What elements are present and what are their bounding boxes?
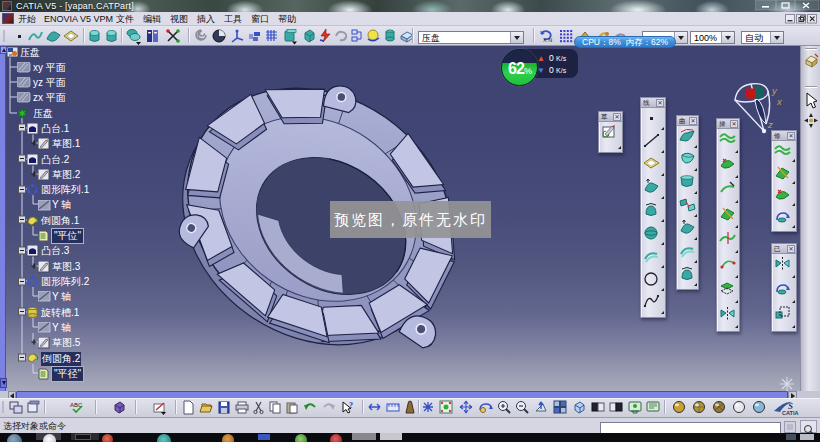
svg-text:x: x [776,96,783,107]
svg-text:?: ? [349,401,353,410]
svg-text:y: y [771,85,778,96]
svg-text:z: z [767,119,773,130]
svg-text:CATIA: CATIA [782,410,798,416]
